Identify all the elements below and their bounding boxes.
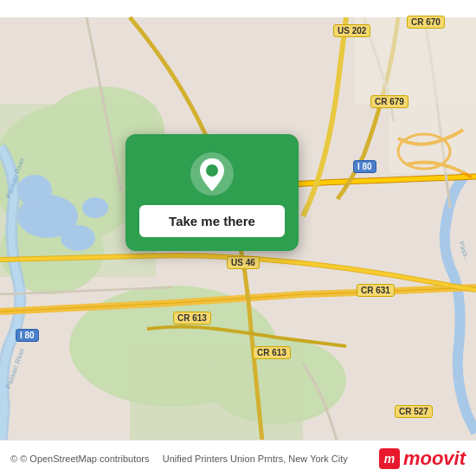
road-label-cr679: CR 679 bbox=[370, 95, 408, 108]
copyright-text: © © OpenStreetMap contributors Unified P… bbox=[10, 453, 379, 464]
svg-text:m: m bbox=[384, 452, 395, 466]
location-pin-icon bbox=[190, 151, 235, 196]
moovit-icon: m bbox=[379, 448, 400, 469]
road-label-cr527: CR 527 bbox=[395, 405, 433, 418]
road-label-cr631: CR 631 bbox=[357, 284, 395, 297]
attribution-text: © OpenStreetMap contributors bbox=[20, 453, 149, 464]
svg-point-19 bbox=[206, 164, 218, 177]
road-label-cr613-2: CR 613 bbox=[253, 346, 291, 359]
moovit-logo: m moovit bbox=[379, 447, 466, 470]
svg-rect-7 bbox=[130, 346, 303, 450]
road-label-cr613-1: CR 613 bbox=[173, 312, 211, 325]
location-name: Unified Printers Union Prntrs, New York … bbox=[163, 453, 348, 464]
road-label-i80-left: I 80 bbox=[16, 329, 39, 342]
svg-point-11 bbox=[82, 197, 108, 218]
copyright-symbol: © bbox=[10, 453, 17, 464]
action-card: Take me there bbox=[125, 134, 299, 251]
road-label-cr670: CR 670 bbox=[407, 16, 445, 29]
road-label-us46: US 46 bbox=[227, 256, 260, 269]
svg-rect-16 bbox=[355, 17, 476, 104]
bottom-bar: © © OpenStreetMap contributors Unified P… bbox=[0, 440, 476, 476]
svg-rect-17 bbox=[389, 104, 476, 173]
road-label-us202: US 202 bbox=[333, 24, 370, 37]
svg-point-10 bbox=[17, 175, 52, 206]
map-container: Passaic River Passaic River Pass... bbox=[0, 0, 476, 476]
svg-point-9 bbox=[61, 225, 95, 251]
moovit-brand-text: moovit bbox=[403, 447, 466, 470]
take-me-there-button[interactable]: Take me there bbox=[139, 205, 285, 237]
road-label-i80-right: I 80 bbox=[353, 160, 376, 173]
